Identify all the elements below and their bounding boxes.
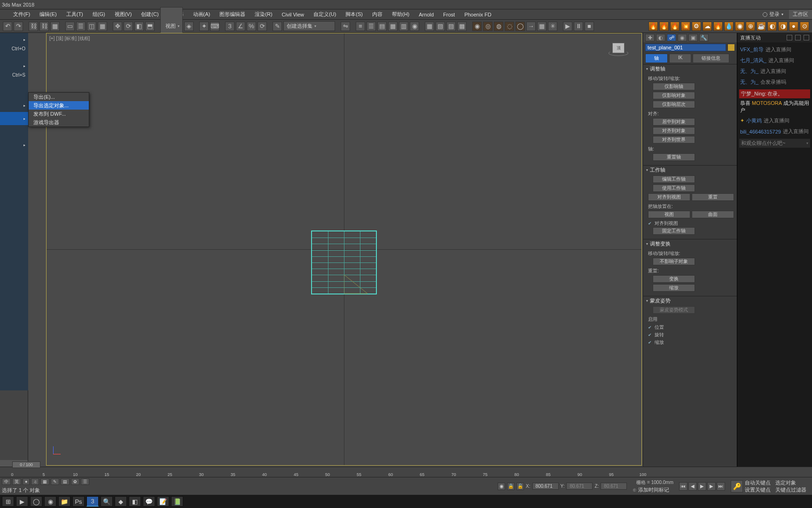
place-surface-button[interactable]: 曲面: [692, 211, 734, 218]
menu-frost[interactable]: Frost: [438, 12, 460, 17]
isolate-icon[interactable]: ◉: [498, 483, 505, 490]
edit-working-pivot-button[interactable]: 编辑工作轴: [653, 175, 695, 183]
select-name-icon[interactable]: ☰: [76, 22, 86, 31]
pill-linkinfo[interactable]: 链接信息: [693, 54, 729, 63]
next-frame-icon[interactable]: ▶: [707, 482, 716, 491]
phoenix-f-icon[interactable]: ☁: [703, 22, 712, 31]
align-to-world-button[interactable]: 对齐到世界: [653, 136, 695, 143]
ime-bar[interactable]: 中 英 ● ♫ ▦ ✎ ▤ ✿ ☰: [2, 478, 89, 485]
timeline[interactable]: 0 / 100 05101520253035404550556065707580…: [0, 467, 812, 477]
bind-icon[interactable]: ▦: [50, 22, 60, 31]
lock-icon[interactable]: 🔒: [507, 483, 515, 490]
link-icon[interactable]: ⛓: [29, 22, 38, 31]
use-center-icon[interactable]: ◈: [184, 22, 194, 31]
taskbar-photoshop-icon[interactable]: Ps: [72, 496, 85, 507]
phoenix-e-icon[interactable]: ⚙: [692, 22, 701, 31]
menu-tools[interactable]: 工具(T): [62, 11, 88, 18]
affect-object-only-button[interactable]: 仅影响对象: [653, 92, 695, 99]
phoenix-h-icon[interactable]: 💧: [724, 22, 734, 31]
pill-pivot[interactable]: 轴: [645, 54, 668, 63]
chk-rotation[interactable]: 旋转: [648, 331, 734, 339]
viewport-frame[interactable]: [+] [顶] [标准] [线框] 顶: [46, 33, 642, 466]
viewport-label[interactable]: [+] [顶] [标准] [线框]: [49, 35, 90, 42]
menu-customize[interactable]: 自定义(U): [309, 11, 341, 18]
layer-explorer-icon[interactable]: ▤: [377, 22, 387, 31]
scale-icon[interactable]: ◧: [134, 22, 144, 31]
phoenix-i-icon[interactable]: ◉: [735, 22, 744, 31]
prev-frame-icon[interactable]: ◀: [688, 482, 697, 491]
object-color-swatch[interactable]: [727, 44, 735, 51]
taskbar-app-1[interactable]: ▶: [16, 496, 28, 507]
menu-edit[interactable]: 编辑(E): [35, 11, 62, 18]
phoenix-b-icon[interactable]: 🔥: [659, 22, 669, 31]
viewport-area[interactable]: [+] [顶] [标准] [线框] 顶: [28, 33, 643, 467]
tab-hierarchy-icon[interactable]: ☍: [667, 34, 676, 41]
unlink-icon[interactable]: ⛓: [39, 22, 49, 31]
submenu-publish-dwf[interactable]: 发布到 DWF...: [29, 110, 89, 118]
reset-wp-button[interactable]: 重置: [692, 193, 734, 201]
workspace-selector[interactable]: 工作区: [789, 10, 812, 19]
taskbar-app-3[interactable]: ◉: [44, 496, 56, 507]
named-selection-dropdown[interactable]: 创建选择集: [283, 21, 335, 31]
chat-input-placeholder[interactable]: 和观众聊点什么吧~: [739, 139, 810, 148]
goto-end-icon[interactable]: ⏭: [717, 482, 725, 491]
select-manipulate-icon[interactable]: ✦: [199, 22, 209, 31]
taskbar-app-10[interactable]: 💬: [143, 496, 155, 507]
phoenix-g-icon[interactable]: 🔥: [713, 22, 723, 31]
taskbar-app-9[interactable]: ◧: [129, 496, 141, 507]
render-frame-icon[interactable]: ▧: [436, 22, 445, 31]
mirror-icon[interactable]: ⇋: [341, 22, 350, 31]
chk-scale[interactable]: 缩放: [648, 339, 734, 346]
place-view-button[interactable]: 视图: [648, 211, 690, 218]
coord-z[interactable]: 80.671: [601, 483, 627, 490]
selected-button[interactable]: 选定对象: [775, 479, 796, 486]
redo-icon[interactable]: ↷: [14, 22, 23, 31]
pin-working-pivot-button[interactable]: 固定工作轴: [653, 227, 695, 235]
render-last-icon[interactable]: ▩: [457, 22, 467, 31]
chk-position[interactable]: 位置: [648, 324, 734, 331]
menu-script[interactable]: 脚本(S): [341, 11, 367, 18]
select-icon[interactable]: ▭: [65, 22, 75, 31]
select-region-icon[interactable]: ◫: [87, 22, 96, 31]
taskbar-start-icon[interactable]: ⊞: [2, 496, 14, 507]
schematic-icon[interactable]: ▥: [399, 22, 408, 31]
align-to-object-button[interactable]: 对齐到对象: [653, 127, 695, 135]
plugin-h-icon[interactable]: ✳: [548, 22, 557, 31]
phoenix-d-icon[interactable]: 💥: [681, 22, 690, 31]
key-filters-button[interactable]: 关键点过滤器: [775, 486, 806, 493]
menu-phoenix[interactable]: Phoenix FD: [460, 12, 496, 17]
plugin-e-icon[interactable]: ◯: [515, 22, 525, 31]
menu-help[interactable]: 帮助(H): [387, 11, 414, 18]
affect-pivot-only-button[interactable]: 仅影响轴: [653, 83, 695, 90]
tab-utilities-icon[interactable]: 🔧: [699, 34, 709, 41]
menu-view[interactable]: 视图(V): [110, 11, 137, 18]
reset-pivot-button[interactable]: 重置轴: [653, 153, 695, 161]
taskbar-3dsmax-icon[interactable]: 3: [86, 496, 99, 507]
plugin-d-icon[interactable]: ◌: [505, 22, 514, 31]
menu-create[interactable]: 创建(C): [136, 11, 163, 18]
object-name-input[interactable]: [645, 44, 726, 51]
use-working-pivot-button[interactable]: 使用工作轴: [653, 184, 695, 192]
play-anim-icon[interactable]: ▶: [698, 482, 706, 491]
taskbar-app-7[interactable]: 🔍: [101, 496, 113, 507]
percent-snap-icon[interactable]: %: [247, 22, 256, 31]
menu-civilview[interactable]: Civil View: [277, 12, 309, 17]
spinner-snap-icon[interactable]: ⟳: [258, 22, 267, 31]
pause-icon[interactable]: ⏸: [574, 22, 583, 31]
submenu-export-selected[interactable]: 导出选定对象...: [29, 101, 89, 110]
viewcube[interactable]: 顶: [609, 39, 632, 58]
time-slider[interactable]: 0 / 100: [12, 461, 40, 468]
chk-align-to-view[interactable]: 对齐到视图: [648, 220, 734, 227]
reset-transform-button[interactable]: 变换: [653, 275, 695, 283]
selected-plane-object[interactable]: [311, 230, 377, 294]
taskbar-app-2[interactable]: ◯: [30, 496, 42, 507]
pill-ik[interactable]: IK: [669, 54, 691, 63]
scale-gizmo-icon[interactable]: [344, 275, 372, 298]
center-to-object-button[interactable]: 居中到对象: [653, 118, 695, 126]
taskbar-app-12[interactable]: 📗: [171, 496, 183, 507]
coord-x[interactable]: 800.671: [532, 483, 559, 490]
material-editor-icon[interactable]: ◉: [410, 22, 419, 31]
rollout-adjust-pivot[interactable]: 调整轴: [643, 64, 737, 73]
render-icon[interactable]: ▨: [446, 22, 456, 31]
add-time-tag[interactable]: 添加时间标记: [638, 487, 669, 492]
